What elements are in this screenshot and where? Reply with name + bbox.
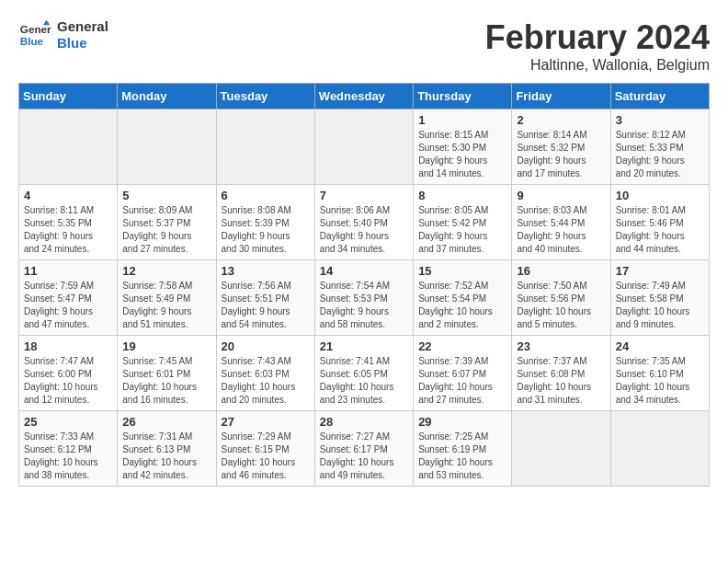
day-info: Sunrise: 7:45 AM Sunset: 6:01 PM Dayligh…	[122, 355, 210, 407]
weekday-header-thursday: Thursday	[414, 84, 512, 109]
day-info: Sunrise: 8:03 AM Sunset: 5:44 PM Dayligh…	[517, 204, 605, 256]
calendar-cell	[610, 411, 709, 487]
day-number: 29	[418, 415, 506, 429]
calendar-cell: 23Sunrise: 7:37 AM Sunset: 6:08 PM Dayli…	[512, 336, 610, 411]
calendar-table: SundayMondayTuesdayWednesdayThursdayFrid…	[18, 83, 710, 487]
calendar-cell: 25Sunrise: 7:33 AM Sunset: 6:12 PM Dayli…	[19, 411, 118, 487]
header: General Blue General Blue February 2024 …	[18, 18, 710, 74]
calendar-cell: 7Sunrise: 8:06 AM Sunset: 5:40 PM Daylig…	[314, 185, 413, 260]
calendar-cell: 4Sunrise: 8:11 AM Sunset: 5:35 PM Daylig…	[19, 185, 118, 260]
day-number: 3	[616, 113, 704, 127]
calendar-cell: 15Sunrise: 7:52 AM Sunset: 5:54 PM Dayli…	[414, 260, 512, 336]
day-number: 10	[616, 189, 704, 202]
week-row-2: 4Sunrise: 8:11 AM Sunset: 5:35 PM Daylig…	[19, 185, 710, 260]
day-number: 16	[517, 264, 605, 278]
day-info: Sunrise: 7:33 AM Sunset: 6:12 PM Dayligh…	[24, 431, 112, 482]
day-info: Sunrise: 7:52 AM Sunset: 5:54 PM Dayligh…	[418, 280, 506, 331]
day-number: 14	[320, 264, 408, 278]
day-info: Sunrise: 7:43 AM Sunset: 6:03 PM Dayligh…	[222, 355, 310, 407]
calendar-cell: 2Sunrise: 8:14 AM Sunset: 5:32 PM Daylig…	[512, 109, 610, 185]
day-info: Sunrise: 8:01 AM Sunset: 5:46 PM Dayligh…	[616, 204, 704, 256]
day-number: 20	[222, 339, 310, 353]
day-number: 5	[122, 189, 210, 202]
calendar-cell: 28Sunrise: 7:27 AM Sunset: 6:17 PM Dayli…	[314, 411, 413, 487]
day-number: 17	[616, 264, 704, 278]
calendar-cell: 12Sunrise: 7:58 AM Sunset: 5:49 PM Dayli…	[118, 260, 216, 336]
day-info: Sunrise: 7:29 AM Sunset: 6:15 PM Dayligh…	[222, 431, 310, 482]
calendar-cell: 26Sunrise: 7:31 AM Sunset: 6:13 PM Dayli…	[118, 411, 216, 487]
calendar-cell: 29Sunrise: 7:25 AM Sunset: 6:19 PM Dayli…	[414, 411, 512, 487]
day-info: Sunrise: 8:15 AM Sunset: 5:30 PM Dayligh…	[418, 129, 506, 180]
day-info: Sunrise: 8:08 AM Sunset: 5:39 PM Dayligh…	[222, 204, 310, 256]
day-info: Sunrise: 7:50 AM Sunset: 5:56 PM Dayligh…	[517, 280, 605, 331]
day-info: Sunrise: 7:59 AM Sunset: 5:47 PM Dayligh…	[24, 280, 112, 331]
calendar-cell: 20Sunrise: 7:43 AM Sunset: 6:03 PM Dayli…	[216, 336, 314, 411]
day-number: 23	[517, 339, 605, 353]
day-info: Sunrise: 8:09 AM Sunset: 5:37 PM Dayligh…	[122, 204, 210, 256]
logo-line1: General	[57, 18, 108, 35]
calendar-cell: 18Sunrise: 7:47 AM Sunset: 6:00 PM Dayli…	[19, 336, 118, 411]
day-number: 12	[122, 264, 210, 278]
calendar-cell: 1Sunrise: 8:15 AM Sunset: 5:30 PM Daylig…	[414, 109, 512, 185]
calendar-cell: 27Sunrise: 7:29 AM Sunset: 6:15 PM Dayli…	[216, 411, 314, 487]
title-block: February 2024 Haltinne, Wallonia, Belgiu…	[485, 18, 710, 74]
day-number: 6	[222, 189, 310, 202]
day-info: Sunrise: 7:37 AM Sunset: 6:08 PM Dayligh…	[517, 355, 605, 407]
calendar-cell: 10Sunrise: 8:01 AM Sunset: 5:46 PM Dayli…	[610, 185, 709, 260]
day-number: 22	[418, 339, 506, 353]
calendar-cell: 11Sunrise: 7:59 AM Sunset: 5:47 PM Dayli…	[19, 260, 118, 336]
svg-text:Blue: Blue	[20, 35, 44, 47]
day-number: 13	[222, 264, 310, 278]
day-number: 9	[517, 189, 605, 202]
day-number: 4	[24, 189, 112, 202]
day-info: Sunrise: 7:56 AM Sunset: 5:51 PM Dayligh…	[222, 280, 310, 331]
day-number: 8	[418, 189, 506, 202]
logo-icon: General Blue	[18, 18, 51, 52]
weekday-header-wednesday: Wednesday	[314, 84, 413, 109]
calendar-cell: 13Sunrise: 7:56 AM Sunset: 5:51 PM Dayli…	[216, 260, 314, 336]
weekday-header-monday: Monday	[118, 84, 216, 109]
calendar-cell	[314, 109, 413, 185]
week-row-4: 18Sunrise: 7:47 AM Sunset: 6:00 PM Dayli…	[19, 336, 710, 411]
day-info: Sunrise: 7:49 AM Sunset: 5:58 PM Dayligh…	[616, 280, 704, 331]
day-info: Sunrise: 7:58 AM Sunset: 5:49 PM Dayligh…	[122, 280, 210, 331]
day-number: 24	[616, 339, 704, 353]
weekday-header-sunday: Sunday	[19, 84, 118, 109]
day-number: 19	[122, 339, 210, 353]
day-info: Sunrise: 7:27 AM Sunset: 6:17 PM Dayligh…	[320, 431, 408, 482]
day-info: Sunrise: 8:06 AM Sunset: 5:40 PM Dayligh…	[320, 204, 408, 256]
calendar-title: February 2024	[485, 18, 710, 57]
day-number: 28	[320, 415, 408, 429]
calendar-cell: 19Sunrise: 7:45 AM Sunset: 6:01 PM Dayli…	[118, 336, 216, 411]
day-info: Sunrise: 7:41 AM Sunset: 6:05 PM Dayligh…	[320, 355, 408, 407]
day-number: 1	[418, 113, 506, 127]
logo-line2: Blue	[57, 35, 108, 52]
logo: General Blue General Blue	[18, 18, 108, 52]
calendar-cell: 14Sunrise: 7:54 AM Sunset: 5:53 PM Dayli…	[314, 260, 413, 336]
weekday-header-tuesday: Tuesday	[216, 84, 314, 109]
calendar-cell: 3Sunrise: 8:12 AM Sunset: 5:33 PM Daylig…	[610, 109, 709, 185]
day-info: Sunrise: 8:12 AM Sunset: 5:33 PM Dayligh…	[616, 129, 704, 180]
day-number: 18	[24, 339, 112, 353]
weekday-header-saturday: Saturday	[610, 84, 709, 109]
week-row-5: 25Sunrise: 7:33 AM Sunset: 6:12 PM Dayli…	[19, 411, 710, 487]
day-info: Sunrise: 8:11 AM Sunset: 5:35 PM Dayligh…	[24, 204, 112, 256]
week-row-1: 1Sunrise: 8:15 AM Sunset: 5:30 PM Daylig…	[19, 109, 710, 185]
calendar-cell: 22Sunrise: 7:39 AM Sunset: 6:07 PM Dayli…	[414, 336, 512, 411]
calendar-cell: 9Sunrise: 8:03 AM Sunset: 5:44 PM Daylig…	[512, 185, 610, 260]
calendar-cell: 24Sunrise: 7:35 AM Sunset: 6:10 PM Dayli…	[610, 336, 709, 411]
weekday-header-row: SundayMondayTuesdayWednesdayThursdayFrid…	[19, 84, 710, 109]
week-row-3: 11Sunrise: 7:59 AM Sunset: 5:47 PM Dayli…	[19, 260, 710, 336]
calendar-cell	[512, 411, 610, 487]
day-number: 15	[418, 264, 506, 278]
day-number: 7	[320, 189, 408, 202]
day-number: 26	[122, 415, 210, 429]
day-number: 11	[24, 264, 112, 278]
calendar-cell: 6Sunrise: 8:08 AM Sunset: 5:39 PM Daylig…	[216, 185, 314, 260]
calendar-cell	[216, 109, 314, 185]
calendar-cell: 5Sunrise: 8:09 AM Sunset: 5:37 PM Daylig…	[118, 185, 216, 260]
day-number: 27	[222, 415, 310, 429]
calendar-cell: 17Sunrise: 7:49 AM Sunset: 5:58 PM Dayli…	[610, 260, 709, 336]
day-info: Sunrise: 7:47 AM Sunset: 6:00 PM Dayligh…	[24, 355, 112, 407]
day-number: 21	[320, 339, 408, 353]
